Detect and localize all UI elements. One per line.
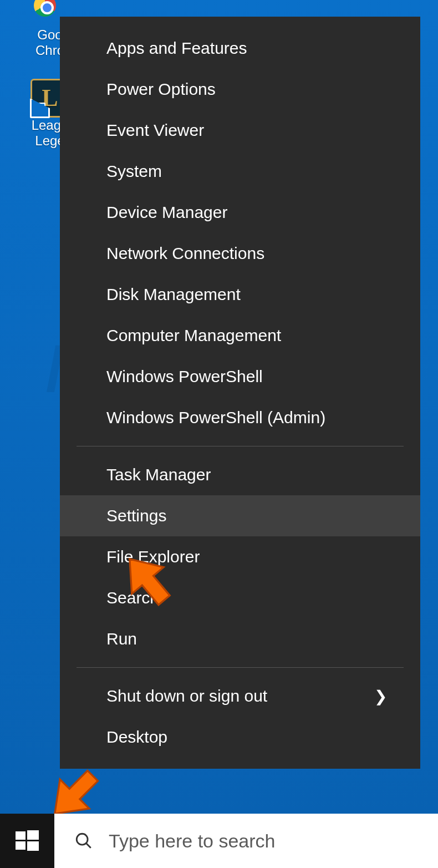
menu-computer-management[interactable]: Computer Management (60, 315, 420, 356)
menu-power-options[interactable]: Power Options (60, 69, 420, 110)
menu-item-label: File Explorer (106, 547, 200, 566)
menu-disk-management[interactable]: Disk Management (60, 274, 420, 315)
menu-separator (77, 667, 404, 668)
taskbar-search[interactable]: Type here to search (54, 814, 438, 868)
menu-item-label: Network Connections (106, 244, 264, 263)
shortcut-overlay-icon: ↗ (31, 103, 45, 117)
menu-item-label: Power Options (106, 80, 216, 99)
menu-item-label: Disk Management (106, 285, 241, 304)
windows-logo-icon (16, 829, 39, 852)
search-icon (74, 831, 93, 850)
menu-apps-and-features[interactable]: Apps and Features (60, 28, 420, 69)
menu-device-manager[interactable]: Device Manager (60, 192, 420, 233)
menu-windows-powershell[interactable]: Windows PowerShell (60, 356, 420, 397)
menu-settings[interactable]: Settings (60, 495, 420, 536)
menu-item-label: Windows PowerShell (106, 367, 263, 386)
menu-item-label: Desktop (106, 728, 167, 747)
start-button[interactable] (0, 814, 54, 868)
menu-item-label: Settings (106, 506, 166, 525)
menu-item-label: Windows PowerShell (Admin) (106, 408, 325, 427)
menu-windows-powershell-admin[interactable]: Windows PowerShell (Admin) (60, 397, 420, 438)
svg-point-4 (77, 834, 88, 845)
menu-network-connections[interactable]: Network Connections (60, 233, 420, 274)
menu-event-viewer[interactable]: Event Viewer (60, 110, 420, 151)
menu-separator (77, 446, 404, 446)
menu-item-label: System (106, 162, 162, 181)
menu-file-explorer[interactable]: File Explorer (60, 536, 420, 577)
menu-run[interactable]: Run (60, 618, 420, 659)
menu-item-label: Computer Management (106, 326, 281, 345)
svg-line-5 (86, 843, 91, 848)
menu-item-label: Apps and Features (106, 39, 247, 58)
menu-item-label: Task Manager (106, 465, 211, 484)
svg-rect-2 (16, 841, 26, 850)
menu-item-label: Shut down or sign out (106, 687, 267, 705)
menu-item-label: Device Manager (106, 203, 227, 222)
menu-item-label: Event Viewer (106, 121, 204, 140)
chevron-right-icon: ❯ (374, 687, 387, 705)
taskbar: Type here to search (0, 814, 438, 868)
svg-rect-3 (27, 841, 39, 851)
menu-item-label: Run (106, 630, 137, 648)
menu-desktop[interactable]: Desktop (60, 717, 420, 758)
winx-context-menu: Apps and Features Power Options Event Vi… (60, 17, 420, 769)
menu-system[interactable]: System (60, 151, 420, 192)
search-placeholder: Type here to search (109, 830, 276, 852)
menu-shutdown-signout[interactable]: Shut down or sign out ❯ (60, 676, 420, 717)
menu-item-label: Search (106, 588, 159, 607)
svg-rect-0 (16, 831, 26, 840)
menu-task-manager[interactable]: Task Manager (60, 454, 420, 495)
desktop-background: risk.com GooChro L ↗ LeaguLege Apps and … (0, 0, 438, 868)
menu-search[interactable]: Search (60, 577, 420, 618)
svg-rect-1 (27, 830, 39, 840)
